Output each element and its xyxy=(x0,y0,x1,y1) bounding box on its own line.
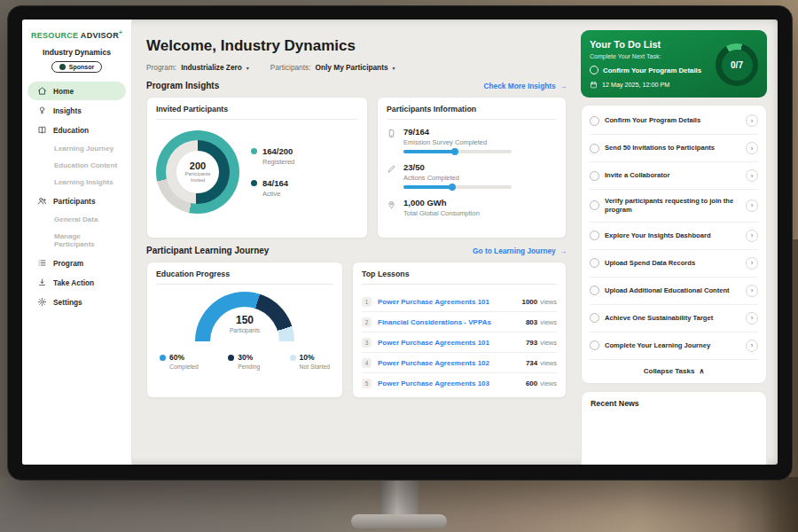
sidebar-item-label: Education xyxy=(53,126,89,135)
lesson-link[interactable]: Power Purchase Agreements 103 xyxy=(378,379,520,387)
sidebar-item-program[interactable]: Program xyxy=(27,254,126,272)
lesson-row[interactable]: 5 Power Purchase Agreements 103 600views xyxy=(362,373,557,393)
todo-summary-card: Your To Do List Complete Your Next Task:… xyxy=(581,30,767,98)
card-title: Top Lessons xyxy=(362,270,557,285)
stat-actions-completed: 23/50 Actions Completed xyxy=(387,162,557,189)
lesson-row[interactable]: 1 Power Purchase Agreements 101 1000view… xyxy=(362,292,557,312)
task-checkbox[interactable] xyxy=(590,258,599,268)
recent-news-card[interactable]: Recent News xyxy=(581,391,767,465)
task-checkbox[interactable] xyxy=(590,340,599,350)
legend-dot xyxy=(160,355,166,361)
go-to-learning-journey-link[interactable]: Go to Learning Journey → xyxy=(473,246,567,255)
main-content: Welcome, Industry Dynamics Program: Indu… xyxy=(132,20,579,465)
sidebar-item-general-data[interactable]: General Data xyxy=(27,211,126,228)
chevron-up-icon: ∧ xyxy=(699,367,704,375)
lesson-link[interactable]: Power Purchase Agreements 101 xyxy=(378,298,515,306)
sidebar-item-participants[interactable]: Participants xyxy=(27,192,126,210)
card-title: Invited Participants xyxy=(156,105,358,120)
check-more-insights-link[interactable]: Check More Insights → xyxy=(484,82,567,90)
task-checkbox[interactable] xyxy=(590,171,599,181)
todo-panel: Your To Do List Complete Your Next Task:… xyxy=(579,20,778,465)
donut-center-value: 200 xyxy=(190,160,206,171)
chevron-right-icon[interactable]: › xyxy=(746,340,758,352)
task-checkbox[interactable] xyxy=(590,116,599,126)
todo-task[interactable]: Upload Additional Educational Content › xyxy=(590,278,758,305)
home-icon xyxy=(37,86,47,96)
program-dropdown-value: Industrialize Zero xyxy=(181,63,242,72)
progress-bar xyxy=(403,150,512,153)
chevron-right-icon[interactable]: › xyxy=(746,230,758,242)
participants-dropdown-label: Participants: xyxy=(270,63,311,72)
sidebar-item-take-action[interactable]: Take Action xyxy=(27,273,126,292)
sidebar-item-home[interactable]: Home xyxy=(27,82,126,100)
sidebar-item-label: Education Content xyxy=(54,161,117,169)
card-title: Education Progress xyxy=(156,270,333,285)
lesson-row[interactable]: 2 Financial Considerations - VPPAs 803vi… xyxy=(362,312,557,332)
next-task-checkbox[interactable] xyxy=(590,66,598,74)
lesson-link[interactable]: Financial Considerations - VPPAs xyxy=(378,318,520,326)
lesson-row[interactable]: 3 Power Purchase Agreements 101 793views xyxy=(362,332,557,353)
chevron-right-icon[interactable]: › xyxy=(746,312,758,325)
sponsor-badge[interactable]: Sponsor xyxy=(51,61,102,73)
chevron-right-icon[interactable]: › xyxy=(746,114,758,127)
chevron-right-icon[interactable]: › xyxy=(746,142,758,154)
people-icon xyxy=(37,196,47,206)
invited-participants-donut-chart: 200 Participants Invited xyxy=(156,130,239,214)
app-logo: RESOURCE ADVISOR+ xyxy=(22,29,131,40)
lesson-link[interactable]: Power Purchase Agreements 102 xyxy=(378,359,520,367)
sidebar-item-insights[interactable]: Insights xyxy=(27,101,126,120)
sidebar-item-education[interactable]: Education xyxy=(27,121,126,139)
sidebar-item-learning-journey[interactable]: Learning Journey xyxy=(27,140,126,157)
chevron-right-icon[interactable]: › xyxy=(746,257,758,270)
sidebar-item-label: Settings xyxy=(53,298,82,307)
sidebar-item-manage-participants[interactable]: Manage Participants xyxy=(27,228,126,253)
device-icon xyxy=(387,129,396,138)
legend-item-not-started: 10% Not Started xyxy=(290,353,330,370)
task-checkbox[interactable] xyxy=(590,231,599,240)
top-lessons-card: Top Lessons 1 Power Purchase Agreements … xyxy=(352,262,567,398)
sidebar-item-label: Manage Participants xyxy=(54,232,119,248)
sidebar-item-learning-insights[interactable]: Learning Insights xyxy=(27,174,126,191)
program-insights-header: Program Insights Check More Insights → xyxy=(146,81,567,90)
task-checkbox[interactable] xyxy=(590,313,599,323)
desk-background: RESOURCE ADVISOR+ Industry Dynamics Spon… xyxy=(0,0,798,532)
task-checkbox[interactable] xyxy=(590,200,599,210)
card-title: Participants Information xyxy=(387,105,557,120)
filter-bar: Program: Industrialize Zero ▾ Participan… xyxy=(146,63,567,72)
arrow-right-icon: → xyxy=(559,82,567,90)
gauge-center-value: 150 xyxy=(195,314,294,326)
todo-task[interactable]: Verify participants requesting to join t… xyxy=(590,190,758,223)
stat-global-consumption: 1,000 GWh Total Global Consumption xyxy=(387,198,557,221)
task-checkbox[interactable] xyxy=(590,144,599,153)
sidebar-item-education-content[interactable]: Education Content xyxy=(27,157,126,174)
lesson-row[interactable]: 4 Power Purchase Agreements 102 734views xyxy=(362,353,557,373)
chevron-right-icon[interactable]: › xyxy=(746,169,758,182)
chevron-right-icon[interactable]: › xyxy=(746,200,758,212)
participants-dropdown-value: Only My Participants xyxy=(316,63,388,72)
task-checkbox[interactable] xyxy=(590,286,599,295)
location-pin-icon xyxy=(387,200,396,209)
program-dropdown[interactable]: Program: Industrialize Zero ▾ xyxy=(146,63,249,72)
todo-task[interactable]: Confirm Your Program Details › xyxy=(590,107,758,135)
todo-task[interactable]: Explore Your Insights Dashboard › xyxy=(590,223,758,250)
todo-task[interactable]: Upload Spend Data Records › xyxy=(590,250,758,278)
sidebar-item-settings[interactable]: Settings xyxy=(27,293,126,311)
todo-task[interactable]: Achieve One Sustainability Target › xyxy=(590,305,758,332)
section-title: Program Insights xyxy=(146,81,219,90)
todo-progress-value: 0/7 xyxy=(722,50,753,81)
participants-dropdown[interactable]: Participants: Only My Participants ▾ xyxy=(270,63,395,72)
monitor: RESOURCE ADVISOR+ Industry Dynamics Spon… xyxy=(7,5,793,481)
logo-advisor: ADVISOR xyxy=(81,31,119,40)
organization-name: Industry Dynamics xyxy=(22,48,131,57)
lesson-rank: 4 xyxy=(362,358,372,368)
chevron-right-icon[interactable]: › xyxy=(746,285,758,297)
todo-task[interactable]: Invite a Collaborator › xyxy=(590,162,758,190)
collapse-tasks-button[interactable]: Collapse Tasks ∧ xyxy=(590,360,758,380)
learning-journey-header: Participant Learning Journey Go to Learn… xyxy=(146,246,567,255)
todo-task[interactable]: Complete Your Learning Journey › xyxy=(590,332,758,360)
recent-news-title: Recent News xyxy=(591,399,639,408)
todo-task[interactable]: Send 50 Invitations to Participants › xyxy=(590,135,758,162)
lesson-link[interactable]: Power Purchase Agreements 101 xyxy=(378,339,520,347)
next-task[interactable]: Confirm Your Program Details xyxy=(590,66,707,74)
monitor-stand-base xyxy=(351,514,447,528)
